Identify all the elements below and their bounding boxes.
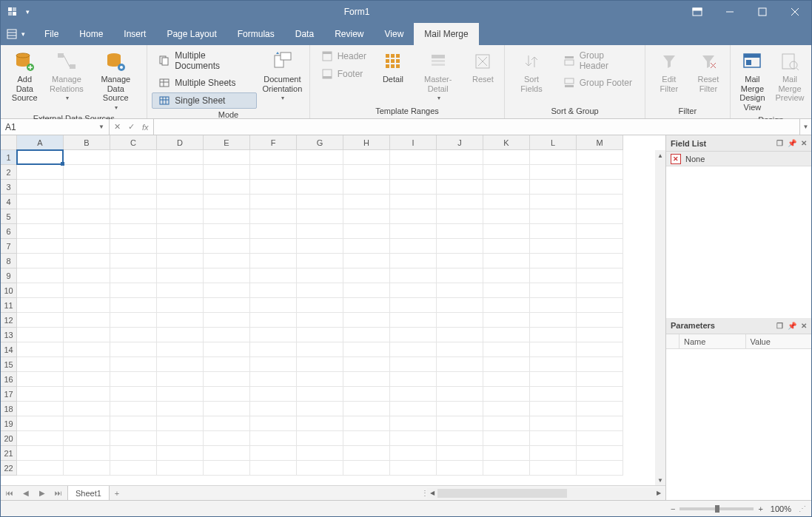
cell[interactable]: [110, 298, 157, 313]
cell[interactable]: [157, 446, 204, 461]
cell[interactable]: [530, 268, 577, 283]
cell[interactable]: [157, 402, 204, 416]
next-sheet-icon[interactable]: ▶: [39, 489, 45, 497]
cell[interactable]: [204, 372, 250, 387]
cell[interactable]: [483, 328, 530, 342]
cell[interactable]: [157, 254, 204, 268]
cell[interactable]: [390, 150, 437, 165]
cell[interactable]: [297, 357, 343, 372]
cell[interactable]: [577, 431, 623, 446]
cell[interactable]: [204, 165, 250, 180]
col-header[interactable]: C: [110, 135, 157, 150]
row-header[interactable]: 18: [1, 402, 17, 416]
cell[interactable]: [297, 268, 343, 283]
cell[interactable]: [390, 328, 437, 342]
panel-close-icon[interactable]: ✕: [801, 139, 807, 147]
tab-insert[interactable]: Insert: [113, 23, 156, 45]
tab-data[interactable]: Data: [285, 23, 324, 45]
fx-icon[interactable]: fx: [142, 123, 149, 132]
cell[interactable]: [530, 357, 577, 372]
cell[interactable]: [157, 224, 204, 239]
cell[interactable]: [390, 180, 437, 195]
cell[interactable]: [343, 180, 390, 195]
vertical-scrollbar[interactable]: ▲ ▼: [655, 150, 665, 485]
cell[interactable]: [530, 416, 577, 431]
cell[interactable]: [110, 224, 157, 239]
app-menu-dropdown-icon[interactable]: ▾: [19, 30, 28, 38]
cell[interactable]: [437, 328, 483, 342]
cell[interactable]: [343, 328, 390, 342]
design-view-button[interactable]: Mail Merge Design View: [735, 48, 770, 114]
row-header[interactable]: 10: [1, 283, 17, 298]
cell[interactable]: [530, 165, 577, 180]
cell[interactable]: [110, 239, 157, 254]
manage-data-source-button[interactable]: Manage Data Source▾: [89, 48, 142, 112]
select-all-corner[interactable]: [1, 135, 17, 150]
cell[interactable]: [110, 165, 157, 180]
cell[interactable]: [483, 254, 530, 268]
cell[interactable]: [343, 283, 390, 298]
spreadsheet-grid[interactable]: ABCDEFGHIJKLM 12345678910111213141516171…: [1, 135, 665, 485]
cell[interactable]: [483, 268, 530, 283]
cell[interactable]: [157, 313, 204, 328]
first-sheet-icon[interactable]: ⏮: [6, 489, 13, 497]
cell[interactable]: [110, 431, 157, 446]
cell[interactable]: [17, 357, 64, 372]
cell[interactable]: [17, 446, 64, 461]
cell[interactable]: [64, 195, 110, 209]
row-header[interactable]: 22: [1, 461, 17, 476]
cell[interactable]: [343, 431, 390, 446]
cell[interactable]: [204, 268, 250, 283]
cell[interactable]: [437, 446, 483, 461]
cell[interactable]: [437, 180, 483, 195]
cell[interactable]: [110, 268, 157, 283]
cell[interactable]: [64, 446, 110, 461]
scroll-up-icon[interactable]: ▲: [655, 150, 665, 160]
col-header[interactable]: M: [577, 135, 623, 150]
row-header[interactable]: 20: [1, 431, 17, 446]
col-header[interactable]: L: [530, 135, 577, 150]
cell[interactable]: [17, 402, 64, 416]
cell[interactable]: [110, 313, 157, 328]
cell[interactable]: [157, 387, 204, 402]
col-header[interactable]: K: [483, 135, 530, 150]
cell[interactable]: [250, 165, 297, 180]
cell[interactable]: [110, 357, 157, 372]
cell[interactable]: [437, 416, 483, 431]
cell[interactable]: [110, 372, 157, 387]
cell[interactable]: [204, 283, 250, 298]
cell[interactable]: [17, 195, 64, 209]
cell[interactable]: [483, 387, 530, 402]
cell[interactable]: [483, 224, 530, 239]
cell[interactable]: [297, 416, 343, 431]
cell[interactable]: [483, 357, 530, 372]
cell[interactable]: [483, 416, 530, 431]
cell[interactable]: [250, 239, 297, 254]
cell[interactable]: [390, 165, 437, 180]
last-sheet-icon[interactable]: ⏭: [55, 489, 62, 497]
cell[interactable]: [64, 150, 110, 165]
cell[interactable]: [390, 313, 437, 328]
cell[interactable]: [17, 165, 64, 180]
row-header[interactable]: 8: [1, 254, 17, 268]
cell[interactable]: [297, 431, 343, 446]
cell[interactable]: [390, 209, 437, 224]
cell[interactable]: [343, 239, 390, 254]
cell[interactable]: [437, 372, 483, 387]
cell[interactable]: [250, 402, 297, 416]
cell[interactable]: [157, 416, 204, 431]
cell[interactable]: [437, 298, 483, 313]
ribbon-display-options[interactable]: [681, 2, 714, 21]
panel-close-icon[interactable]: ✕: [801, 322, 807, 330]
cell[interactable]: [204, 342, 250, 357]
cell[interactable]: [110, 180, 157, 195]
cell[interactable]: [110, 342, 157, 357]
cell[interactable]: [297, 313, 343, 328]
cell[interactable]: [390, 372, 437, 387]
sheet-tab-1[interactable]: Sheet1: [67, 486, 110, 500]
zoom-slider[interactable]: [680, 507, 754, 510]
cell[interactable]: [157, 342, 204, 357]
cell[interactable]: [483, 165, 530, 180]
cell[interactable]: [110, 416, 157, 431]
resize-grip-icon[interactable]: ⋰: [799, 504, 805, 513]
